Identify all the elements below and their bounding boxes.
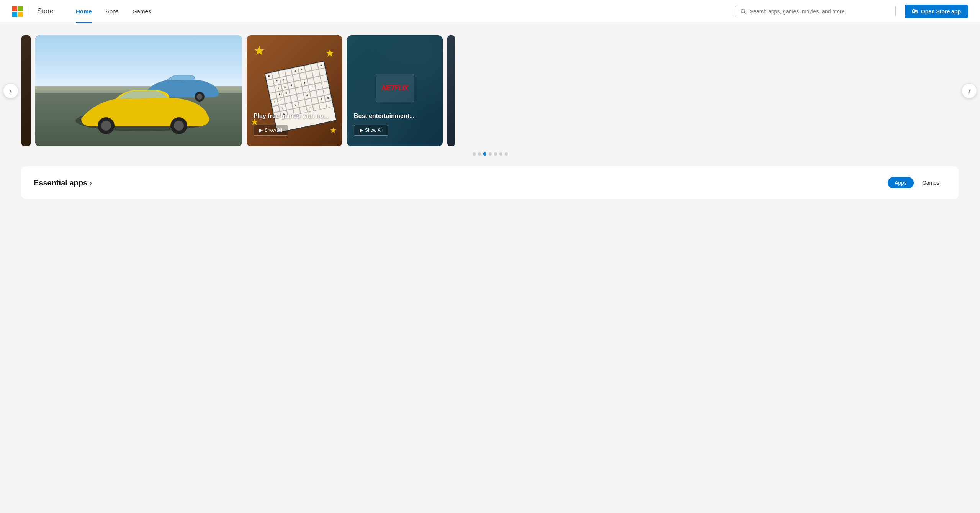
carousel-dot-5[interactable] — [494, 152, 497, 156]
prev-arrow-icon: ‹ — [10, 87, 12, 95]
netflix-content: Best entertainment... ▶ Show All — [354, 112, 436, 136]
next-arrow-icon: › — [968, 87, 970, 95]
search-input[interactable] — [750, 8, 890, 15]
carousel-dots — [0, 152, 980, 156]
netflix-title: Best entertainment... — [354, 112, 436, 120]
netflix-show-all-button[interactable]: ▶ Show All — [354, 125, 388, 136]
essential-apps-section: Essential apps › Apps Games — [0, 166, 980, 199]
play-icon-3: ▶ — [360, 128, 363, 133]
carousel-dot-1[interactable] — [473, 152, 476, 156]
carousel-prev-button[interactable]: ‹ — [3, 83, 18, 98]
nav-item-home[interactable]: Home — [69, 0, 99, 23]
main-nav: Home Apps Games — [69, 0, 158, 23]
star-deco-1: ★ — [254, 43, 265, 58]
freegames-show-all-button[interactable]: ▶ Show All — [254, 125, 288, 136]
sudoku-cell — [326, 100, 334, 108]
svg-point-6 — [174, 121, 184, 131]
microsoft-logo — [12, 6, 23, 17]
carousel-dot-3[interactable] — [483, 152, 486, 156]
carousel-track: Forza Motorsport:... See you at the star… — [21, 35, 959, 146]
netflix-cta-label: Show All — [365, 128, 383, 133]
freegames-title: Play free games with no... — [254, 112, 335, 120]
logo-area: Store — [12, 6, 54, 17]
carousel-slide-forza[interactable]: Forza Motorsport:... See you at the star… — [35, 35, 242, 146]
yellow-car — [70, 84, 231, 139]
open-store-label: Open Store app — [921, 8, 961, 15]
svg-point-4 — [101, 121, 111, 131]
essential-apps-chevron: › — [90, 179, 92, 187]
freegames-cta-label: Show All — [265, 128, 282, 133]
nav-item-apps[interactable]: Apps — [99, 0, 126, 23]
carousel-dot-2[interactable] — [478, 152, 481, 156]
store-logo-text: Store — [37, 7, 54, 15]
main-content: ‹ — [0, 23, 980, 211]
essential-apps-title-link[interactable]: Essential apps › — [34, 179, 92, 187]
essential-apps-title: Essential apps — [34, 179, 87, 187]
essential-apps-card: Essential apps › Apps Games — [21, 166, 959, 199]
search-icon — [741, 8, 747, 15]
carousel-slide-partial-right[interactable] — [447, 35, 455, 146]
tab-apps[interactable]: Apps — [888, 177, 914, 188]
logo-divider — [30, 6, 30, 17]
carousel-dot-4[interactable] — [489, 152, 492, 156]
play-icon-2: ▶ — [259, 128, 263, 133]
tab-games[interactable]: Games — [915, 177, 946, 188]
star-deco-2: ★ — [325, 47, 335, 59]
essential-apps-tabs: Apps Games — [888, 177, 946, 188]
carousel-slide-partial[interactable] — [21, 35, 31, 146]
carousel-next-button[interactable]: › — [962, 83, 977, 98]
svg-line-1 — [744, 12, 746, 14]
search-bar — [735, 6, 896, 17]
header: Store Home Apps Games 🛍 Open Store app — [0, 0, 980, 23]
carousel: ‹ — [0, 35, 980, 146]
carousel-slide-netflix[interactable]: NETFLIX Best entertainment... ▶ Show All — [347, 35, 443, 146]
open-store-button[interactable]: 🛍 Open Store app — [905, 5, 968, 18]
carousel-dot-7[interactable] — [505, 152, 508, 156]
carousel-slide-freegames[interactable]: ★ ★ ★ ★ 5 3 1 6 2 8 — [247, 35, 342, 146]
freegames-content: Play free games with no... ▶ Show All — [254, 112, 335, 136]
section-header: Essential apps › Apps Games — [34, 177, 946, 188]
nav-item-games[interactable]: Games — [126, 0, 158, 23]
store-bag-icon: 🛍 — [912, 8, 918, 15]
carousel-dot-6[interactable] — [499, 152, 502, 156]
